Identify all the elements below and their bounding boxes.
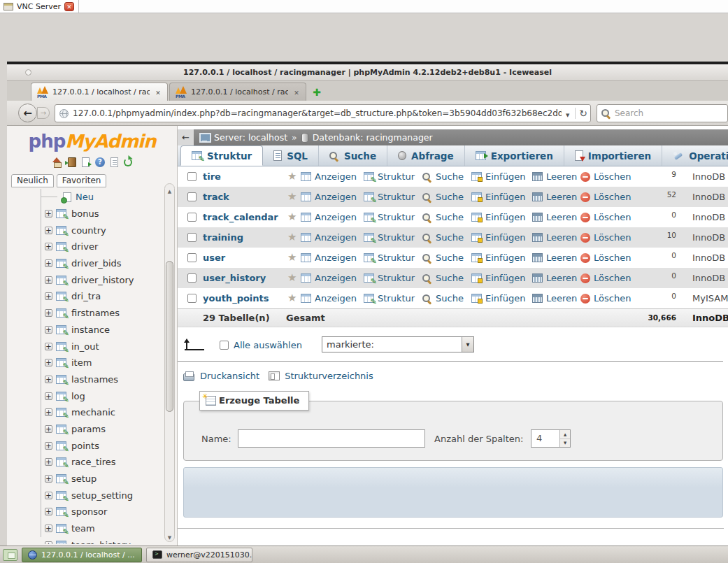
with-selected-select[interactable]: markierte: xyxy=(322,336,474,352)
url-text[interactable]: 127.0.0.1/phpmyadmin/index.php?db=racing… xyxy=(73,108,562,118)
favorite-star-icon[interactable] xyxy=(287,192,301,202)
action-empty[interactable]: Leeren xyxy=(532,273,580,283)
url-bar[interactable]: 127.0.0.1/phpmyadmin/index.php?db=racing… xyxy=(55,104,591,122)
action-empty[interactable]: Leeren xyxy=(532,212,580,222)
scrollbar-thumb[interactable] xyxy=(166,261,173,412)
expand-icon[interactable] xyxy=(45,492,52,499)
action-search[interactable]: Suche xyxy=(422,273,471,283)
search-input[interactable] xyxy=(615,108,723,118)
action-drop[interactable]: Löschen xyxy=(580,273,638,283)
breadcrumb-server[interactable]: Server: localhost xyxy=(214,132,287,143)
table-name-input[interactable] xyxy=(238,429,425,448)
action-browse[interactable]: Anzeigen xyxy=(301,192,364,202)
action-structure[interactable]: Struktur xyxy=(364,273,422,283)
tab-close-icon[interactable] xyxy=(154,87,162,97)
action-browse[interactable]: Anzeigen xyxy=(301,232,364,243)
tree-table-item[interactable]: team xyxy=(7,520,177,537)
action-structure[interactable]: Struktur xyxy=(364,293,422,304)
action-insert[interactable]: Einfügen xyxy=(471,171,532,182)
forward-button[interactable] xyxy=(37,107,50,119)
expand-icon[interactable] xyxy=(45,508,52,515)
expand-icon[interactable] xyxy=(45,309,52,317)
expand-icon[interactable] xyxy=(45,259,52,267)
action-empty[interactable]: Leeren xyxy=(532,293,580,304)
tree-table-item[interactable]: item xyxy=(7,355,177,371)
table-name-link[interactable]: user xyxy=(203,252,287,263)
expand-icon[interactable] xyxy=(45,541,52,544)
taskbar-window-terminal[interactable]: werner@v220151030... xyxy=(146,548,252,562)
help-icon[interactable] xyxy=(95,157,105,167)
table-name-link[interactable]: track_calendar xyxy=(203,212,287,222)
scroll-up-icon[interactable] xyxy=(165,185,174,194)
vnc-server-tab[interactable]: VNC Server xyxy=(0,0,79,13)
action-browse[interactable]: Anzeigen xyxy=(301,171,364,182)
pma-tab[interactable]: SQL xyxy=(263,145,319,166)
scroll-down-icon[interactable] xyxy=(165,531,174,541)
table-name-link[interactable]: tire xyxy=(203,171,287,182)
browser-tab[interactable]: PMA 127.0.0.1 / localhost / racing... xyxy=(31,83,168,101)
sidebar-scrollbar[interactable] xyxy=(164,183,175,542)
pma-logo[interactable]: phpMyAdmin xyxy=(7,131,177,152)
url-dropdown-icon[interactable] xyxy=(566,108,569,119)
tree-table-item[interactable]: lastnames xyxy=(7,371,177,388)
expand-icon[interactable] xyxy=(45,326,52,334)
action-structure[interactable]: Struktur xyxy=(364,252,422,263)
tree-table-item[interactable]: points xyxy=(7,437,177,454)
action-drop[interactable]: Löschen xyxy=(580,232,638,243)
favorite-star-icon[interactable] xyxy=(287,171,301,182)
browser-titlebar[interactable]: 127.0.0.1 / localhost / racingmanager | … xyxy=(7,64,728,81)
tab-recent[interactable]: Neulich xyxy=(11,174,54,187)
tree-table-item[interactable]: bonus xyxy=(7,206,177,222)
show-desktop-icon[interactable] xyxy=(3,549,17,561)
tree-table-item[interactable]: mechanic xyxy=(7,404,177,421)
expand-icon[interactable] xyxy=(45,210,52,218)
tree-table-item[interactable]: dri_tra xyxy=(7,288,177,305)
action-empty[interactable]: Leeren xyxy=(532,171,580,182)
table-name-link[interactable]: track xyxy=(203,192,287,202)
action-insert[interactable]: Einfügen xyxy=(471,192,532,202)
row-checkbox[interactable] xyxy=(187,273,197,283)
tab-favorites[interactable]: Favoriten xyxy=(57,174,107,187)
tree-table-item[interactable]: in_out xyxy=(7,338,177,355)
home-icon[interactable] xyxy=(52,157,62,167)
table-name-link[interactable]: user_history xyxy=(203,273,287,283)
favorite-star-icon[interactable] xyxy=(287,232,301,243)
tree-item-new[interactable]: Neu xyxy=(7,189,177,206)
expand-icon[interactable] xyxy=(45,475,52,483)
action-browse[interactable]: Anzeigen xyxy=(301,273,364,283)
tab-close-icon[interactable] xyxy=(292,87,301,97)
taskbar-window-browser[interactable]: 127.0.0.1 / localhost / ... xyxy=(22,548,142,562)
action-empty[interactable]: Leeren xyxy=(532,192,580,202)
expand-icon[interactable] xyxy=(45,343,52,350)
pma-tab[interactable]: Struktur xyxy=(180,145,263,166)
expand-icon[interactable] xyxy=(45,392,52,400)
expand-icon[interactable] xyxy=(45,525,52,532)
action-empty[interactable]: Leeren xyxy=(532,232,580,243)
favorite-star-icon[interactable] xyxy=(287,212,301,222)
expand-icon[interactable] xyxy=(45,425,52,433)
titlebar-menu-button[interactable] xyxy=(25,69,31,76)
tree-table-item[interactable]: driver_bids xyxy=(7,255,177,272)
reload-icon[interactable] xyxy=(575,108,587,119)
new-tab-button[interactable] xyxy=(308,84,326,101)
action-drop[interactable]: Löschen xyxy=(580,252,638,263)
spin-up-icon[interactable] xyxy=(560,430,570,439)
check-all-label[interactable]: Alle auswählen xyxy=(234,340,302,350)
action-search[interactable]: Suche xyxy=(422,293,471,304)
expand-icon[interactable] xyxy=(45,227,52,234)
action-browse[interactable]: Anzeigen xyxy=(301,252,364,263)
action-drop[interactable]: Löschen xyxy=(580,171,638,182)
row-checkbox[interactable] xyxy=(187,233,197,242)
expand-icon[interactable] xyxy=(45,359,52,366)
pma-tab[interactable]: Operationen xyxy=(662,145,728,166)
tree-table-item[interactable]: params xyxy=(7,421,177,438)
action-structure[interactable]: Struktur xyxy=(364,232,422,243)
action-structure[interactable]: Struktur xyxy=(364,171,422,182)
pma-tab[interactable]: Exportieren xyxy=(465,145,564,166)
expand-icon[interactable] xyxy=(45,276,52,284)
row-checkbox[interactable] xyxy=(187,294,197,303)
logout-icon[interactable] xyxy=(68,157,76,167)
action-search[interactable]: Suche xyxy=(422,212,471,222)
action-insert[interactable]: Einfügen xyxy=(471,212,532,222)
back-button[interactable] xyxy=(18,104,37,122)
